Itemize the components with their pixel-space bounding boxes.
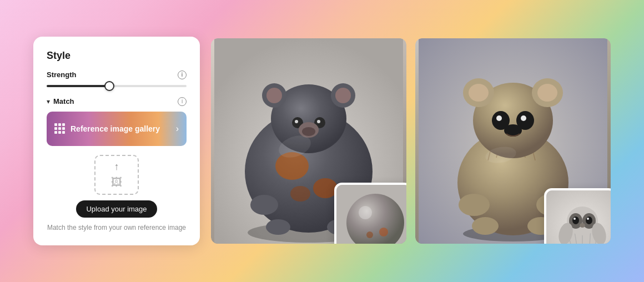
small-sphere-image <box>334 183 406 244</box>
svg-point-43 <box>496 115 502 121</box>
svg-point-5 <box>290 186 310 202</box>
svg-point-66 <box>580 223 585 228</box>
small-sloth-image <box>544 188 611 244</box>
sloth-svg <box>546 190 611 244</box>
grid-dot <box>62 123 65 126</box>
strength-row: Strength i <box>47 70 187 79</box>
grid-dot <box>54 123 57 126</box>
svg-point-14 <box>317 120 320 123</box>
match-chevron-icon: ▾ <box>47 98 50 105</box>
slider-thumb[interactable] <box>104 81 114 91</box>
svg-point-19 <box>266 219 290 235</box>
upload-description: Match the style from your own reference … <box>47 223 186 233</box>
grid-dot <box>62 127 65 130</box>
upload-button[interactable]: Upload your image <box>76 200 157 218</box>
slider-fill <box>47 85 109 87</box>
svg-point-41 <box>537 84 557 102</box>
gallery-left: Reference image gallery <box>54 123 160 134</box>
svg-point-8 <box>266 88 282 103</box>
match-header: ▾ Match i <box>47 97 187 106</box>
grid-dot <box>58 127 61 130</box>
svg-point-24 <box>359 206 372 219</box>
match-left: ▾ Match <box>47 97 74 105</box>
grid-dot <box>58 131 61 134</box>
grid-icon <box>54 123 65 134</box>
gallery-label: Reference image gallery <box>71 124 160 133</box>
svg-point-49 <box>472 217 499 235</box>
image-placeholder-icon: 🖼 <box>111 176 122 189</box>
svg-point-46 <box>504 124 522 137</box>
svg-point-17 <box>250 195 278 215</box>
svg-point-47 <box>459 194 490 216</box>
strength-label: Strength <box>47 70 76 79</box>
grid-dot <box>54 131 57 134</box>
svg-point-65 <box>587 218 589 220</box>
svg-point-25 <box>379 228 388 236</box>
gallery-content: Reference image gallery › <box>47 123 187 134</box>
svg-point-62 <box>572 216 579 224</box>
grid-dot <box>54 127 57 130</box>
svg-point-26 <box>366 231 373 238</box>
grid-dot <box>58 123 61 126</box>
match-info-icon[interactable]: i <box>178 97 187 106</box>
svg-point-12 <box>295 120 298 123</box>
style-panel: Style Strength i ▾ Match i <box>33 37 200 246</box>
svg-point-10 <box>335 88 351 103</box>
upload-box[interactable]: ↑ 🖼 <box>94 155 139 195</box>
strength-slider[interactable] <box>47 85 187 87</box>
svg-point-39 <box>469 84 489 102</box>
svg-point-64 <box>586 216 592 224</box>
gallery-chevron-right-icon: › <box>176 124 179 134</box>
svg-point-45 <box>521 115 526 121</box>
svg-point-63 <box>573 218 576 220</box>
sphere-svg <box>336 185 406 244</box>
content-wrapper: Style Strength i ▾ Match i <box>0 0 644 282</box>
upload-section: ↑ 🖼 Upload your image Match the style fr… <box>47 155 187 233</box>
main-image-left <box>211 38 406 244</box>
grid-dot <box>62 131 65 134</box>
images-area <box>211 38 611 244</box>
upload-arrow-icon: ↑ <box>114 161 119 173</box>
gallery-button[interactable]: Reference image gallery › <box>47 112 187 146</box>
match-label: Match <box>53 97 74 105</box>
strength-info-icon[interactable]: i <box>178 70 187 79</box>
svg-point-16 <box>302 127 315 136</box>
panel-title: Style <box>47 50 187 62</box>
main-image-right <box>415 38 611 244</box>
